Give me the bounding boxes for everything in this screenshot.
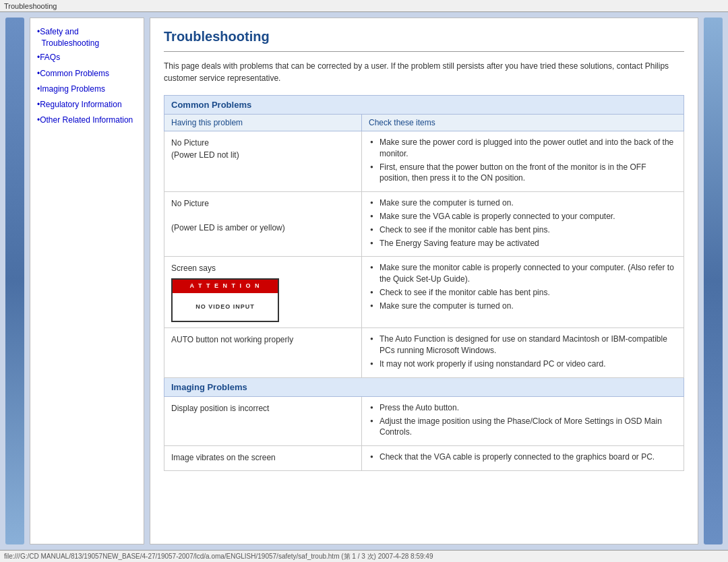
common-problems-title: Common Problems [164,96,684,115]
content-area: Troubleshooting This page deals with pro… [150,18,698,544]
list-item: Make sure the computer is turned on. [369,197,677,209]
solution-cell: Press the Auto button. Adjust the image … [361,396,684,445]
title-bar-text: Troubleshooting [4,2,57,10]
table-row: No Picture(Power LED is amber or yellow)… [164,192,684,257]
solution-cell: The Auto Function is designed for use on… [361,328,684,377]
problem-cell: Screen says A T T E N T I O N NO VIDEO I… [164,257,362,328]
problem-cell: No Picture(Power LED is amber or yellow) [164,192,362,257]
list-item: The Auto Function is designed for use on… [369,334,677,356]
trouble-table: Common Problems Having this problem Chec… [164,95,684,471]
list-item: Make sure the VGA cable is properly conn… [369,211,677,222]
list-item: Check that the VGA cable is properly con… [369,451,677,463]
title-bar: Troubleshooting [0,0,728,12]
footer: file:///G:/CD MANUAL/813/19057NEW_BASE/4… [0,550,728,562]
table-row: AUTO button not working properly The Aut… [164,328,684,377]
no-video-input-box: A T T E N T I O N NO VIDEO INPUT [171,278,279,322]
problem-cell: No Picture(Power LED not lit) [164,131,362,192]
footer-text: file:///G:/CD MANUAL/813/19057NEW_BASE/4… [4,552,433,561]
sidebar-item-safety[interactable]: •Safety and Troubleshooting [37,26,137,49]
title-divider [164,51,684,52]
list-item: Make sure the power cord is plugged into… [369,137,677,160]
main-wrapper: •Safety and Troubleshooting •FAQs •Commo… [0,12,728,550]
intro-text: This page deals with problems that can b… [164,60,684,84]
no-video-header: A T T E N T I O N [173,280,278,293]
table-row: No Picture(Power LED not lit) Make sure … [164,131,684,192]
list-item: The Energy Saving feature may be activat… [369,238,677,249]
right-decorative-bar [704,18,723,544]
problem-cell: Display position is incorrect [164,396,362,445]
table-row: Screen says A T T E N T I O N NO VIDEO I… [164,257,684,328]
list-item: Make sure the computer is turned on. [369,301,677,312]
table-row: Display position is incorrect Press the … [164,396,684,445]
sidebar-item-regulatory[interactable]: •Regulatory Information [37,99,137,111]
problem-cell: AUTO button not working properly [164,328,362,377]
page-title: Troubleshooting [164,29,684,44]
problem-cell: Image vibrates on the screen [164,446,362,471]
common-problems-header-row: Common Problems [164,96,684,115]
imaging-problems-header-row: Imaging Problems [164,377,684,396]
solution-cell: Check that the VGA cable is properly con… [361,446,684,471]
col-header-solution: Check these items [361,115,684,131]
sidebar-item-common[interactable]: •Common Problems [37,68,137,80]
table-row: Image vibrates on the screen Check that … [164,446,684,471]
solution-cell: Make sure the computer is turned on. Mak… [361,192,684,257]
sidebar-item-other[interactable]: •Other Related Information [37,115,137,126]
list-item: It may not work properly if using nonsta… [369,358,677,370]
imaging-problems-title: Imaging Problems [164,377,684,396]
screen-says-text: Screen says [171,263,216,273]
solution-cell: Make sure the monitor cable is properly … [361,257,684,328]
list-item: First, ensure that the power button on t… [369,162,677,185]
list-item: Adjust the image position using the Phas… [369,416,677,439]
left-decorative-bar [5,18,24,544]
sidebar-item-imaging[interactable]: •Imaging Problems [37,84,137,95]
list-item: Press the Auto button. [369,402,677,414]
sidebar-item-faqs[interactable]: •FAQs [37,52,137,63]
sidebar: •Safety and Troubleshooting •FAQs •Commo… [30,18,144,544]
col-header-row: Having this problem Check these items [164,115,684,131]
list-item: Make sure the monitor cable is properly … [369,262,677,285]
col-header-problem: Having this problem [164,115,362,131]
solution-cell: Make sure the power cord is plugged into… [361,131,684,192]
sidebar-section-top: •Safety and Troubleshooting •FAQs [37,26,137,63]
list-item: Check to see if the monitor cable has be… [369,287,677,299]
list-item: Check to see if the monitor cable has be… [369,224,677,236]
no-video-body: NO VIDEO INPUT [173,293,278,321]
